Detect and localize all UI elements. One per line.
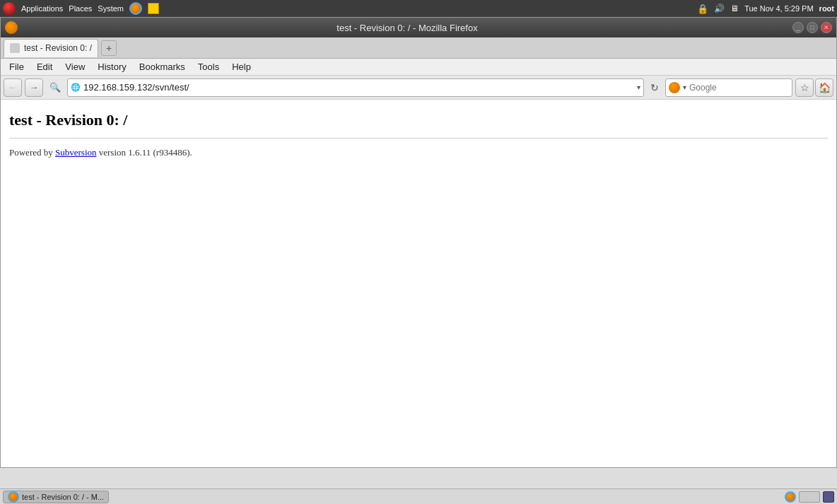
powered-by-text: Powered by Subversion version 1.6.11 (r9… (9, 147, 828, 158)
tab-favicon (10, 43, 20, 53)
page-heading: test - Revision 0: / (9, 111, 828, 129)
bookmarks-menu[interactable]: Bookmarks (134, 60, 191, 74)
history-menu[interactable]: History (92, 60, 131, 74)
url-security-icon: 🌐 (71, 83, 81, 92)
applications-menu[interactable]: Applications (21, 4, 63, 13)
back-button[interactable]: ← (4, 78, 22, 97)
url-dropdown-button[interactable]: ▾ (637, 83, 640, 91)
location-icon: 🔍 (46, 78, 64, 97)
close-button[interactable]: ✕ (821, 22, 832, 33)
forward-button[interactable]: → (25, 78, 43, 97)
subversion-link[interactable]: Subversion (55, 147, 97, 158)
statusbar-tab-label: test - Revision 0: / - M... (22, 493, 104, 501)
url-input[interactable] (83, 82, 634, 93)
browser-tab[interactable]: test - Revision 0: / (4, 39, 98, 57)
bookmark-star-button[interactable]: ☆ (795, 78, 814, 97)
search-engine-dropdown[interactable]: ▾ (683, 83, 686, 91)
tools-menu[interactable]: Tools (192, 60, 225, 74)
maximize-button[interactable]: □ (807, 22, 818, 33)
status-bar: test - Revision 0: / - M... (0, 488, 837, 504)
places-menu[interactable]: Places (69, 4, 92, 13)
view-menu[interactable]: View (59, 60, 90, 74)
title-bar: test - Revision 0: / - Mozilla Firefox _… (1, 18, 836, 37)
system-menu[interactable]: System (98, 4, 124, 13)
toolbar-right-icons: ☆ 🏠 (795, 78, 833, 97)
search-engine-icon[interactable] (669, 82, 680, 93)
window-title: test - Revision 0: / - Mozilla Firefox (22, 23, 792, 33)
statusbar-ff-icon (785, 491, 796, 503)
system-datetime: Tue Nov 4, 5:29 PM (744, 4, 813, 13)
help-menu[interactable]: Help (226, 60, 257, 74)
system-bar-left: Applications Places System (3, 2, 159, 15)
page-divider (9, 138, 828, 139)
tab-bar: test - Revision 0: / + (1, 37, 836, 59)
toolbar: ← → 🔍 🌐 ▾ ↻ ▾ ☆ 🏠 (1, 76, 836, 100)
new-tab-button[interactable]: + (101, 40, 117, 56)
system-user: root (819, 4, 834, 13)
page-content: test - Revision 0: / Powered by Subversi… (1, 100, 836, 467)
menu-bar: File Edit View History Bookmarks Tools H… (1, 59, 836, 76)
edit-menu[interactable]: Edit (31, 60, 58, 74)
firefox-title-icon (5, 21, 18, 34)
url-bar: 🌐 ▾ (67, 78, 644, 97)
system-tray-security-icon: 🔒 (697, 4, 708, 14)
statusbar-extra-button[interactable] (823, 491, 834, 503)
notes-icon[interactable] (148, 3, 159, 14)
firefox-taskbar-icon[interactable] (129, 2, 142, 15)
system-bar: Applications Places System 🔒 🔊 🖥 Tue Nov… (0, 0, 837, 17)
fedora-icon (3, 2, 16, 15)
statusbar-firefox-icon (8, 491, 19, 503)
reload-button[interactable]: ↻ (647, 80, 662, 95)
home-button[interactable]: 🏠 (815, 78, 833, 97)
file-menu[interactable]: File (4, 60, 30, 74)
powered-by-prefix: Powered by (9, 147, 55, 158)
system-tray-network-icon: 🖥 (730, 4, 739, 13)
minimize-button[interactable]: _ (792, 22, 804, 33)
statusbar-tab[interactable]: test - Revision 0: / - M... (3, 491, 109, 503)
system-bar-right: 🔒 🔊 🖥 Tue Nov 4, 5:29 PM root (697, 4, 834, 14)
window-controls: _ □ ✕ (792, 22, 832, 33)
search-bar: ▾ (665, 78, 792, 97)
statusbar-right (785, 491, 834, 503)
system-tray-audio-icon: 🔊 (714, 4, 725, 13)
statusbar-progress (799, 491, 820, 503)
powered-by-suffix: version 1.6.11 (r934486). (97, 147, 192, 158)
browser-window: test - Revision 0: / - Mozilla Firefox _… (0, 17, 837, 468)
search-input[interactable] (689, 83, 795, 93)
tab-label: test - Revision 0: / (24, 43, 92, 53)
